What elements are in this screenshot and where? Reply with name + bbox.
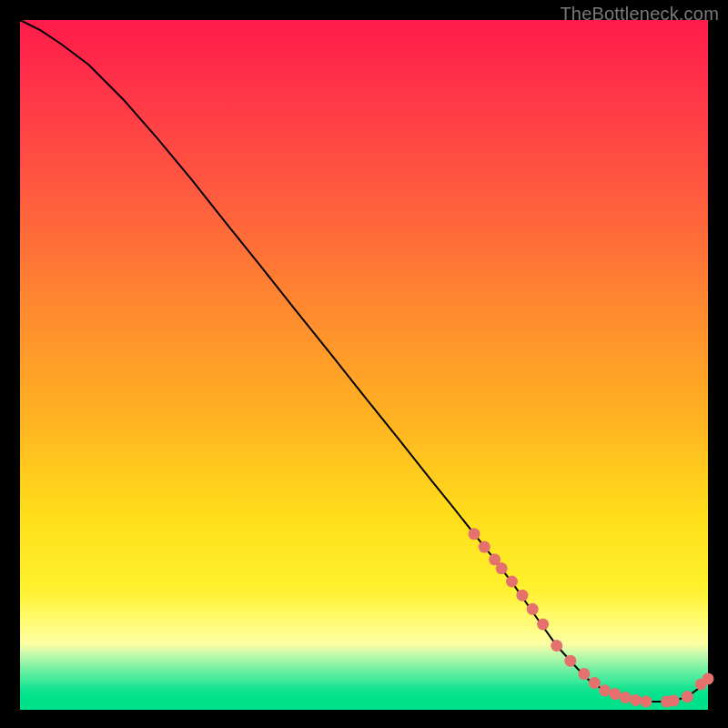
data-dot xyxy=(630,694,642,706)
main-curve xyxy=(20,20,708,702)
data-dot xyxy=(564,655,576,667)
data-dot xyxy=(682,691,693,703)
data-dot xyxy=(589,677,601,689)
data-dot xyxy=(479,541,490,553)
data-dot xyxy=(551,640,562,652)
data-dot xyxy=(668,695,680,707)
dot-group xyxy=(469,528,714,707)
data-dot xyxy=(703,672,714,684)
data-dot xyxy=(496,562,508,574)
data-dot xyxy=(516,590,528,602)
data-dot xyxy=(599,684,611,696)
chart-stage: TheBottleneck.com xyxy=(0,0,728,728)
data-dot xyxy=(609,688,621,700)
data-dot xyxy=(620,692,632,703)
data-dot xyxy=(578,668,590,680)
data-dot xyxy=(469,528,480,540)
data-dot xyxy=(537,619,549,631)
data-dot xyxy=(506,576,518,588)
data-dot xyxy=(641,695,652,707)
curve-layer xyxy=(20,20,708,710)
plot-area xyxy=(20,20,708,710)
data-dot xyxy=(527,603,539,615)
